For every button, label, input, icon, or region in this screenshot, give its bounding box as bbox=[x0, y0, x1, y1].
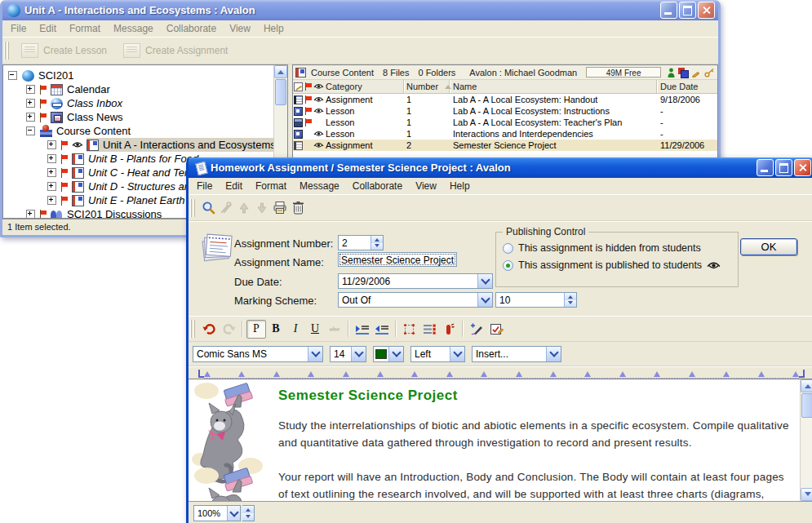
close-button[interactable] bbox=[794, 159, 811, 176]
bold-button[interactable]: B bbox=[266, 320, 286, 339]
tree-item-class-inbox[interactable]: Class Inbox bbox=[3, 96, 287, 110]
insert-dropdown[interactable]: Insert... bbox=[472, 346, 561, 362]
stepper-up-button[interactable] bbox=[242, 506, 254, 513]
menu-file[interactable]: File bbox=[4, 21, 33, 36]
due-date-dropdown[interactable]: 11/29/2006 bbox=[338, 273, 493, 289]
pages-icon[interactable] bbox=[678, 68, 688, 77]
document-text[interactable]: Semester Science Project Study the inter… bbox=[270, 379, 800, 501]
menu-message[interactable]: Message bbox=[293, 179, 346, 193]
expand-icon[interactable] bbox=[47, 182, 56, 191]
marking-points-stepper[interactable]: 10 bbox=[495, 292, 577, 308]
user-icon[interactable] bbox=[668, 68, 675, 78]
list-row-semester-project[interactable]: Assignment 2 Semester Science Project 11… bbox=[293, 140, 717, 151]
collapse-icon[interactable] bbox=[26, 126, 35, 135]
tree-item-unit-a[interactable]: Unit A - Interactions and Ecosystems bbox=[3, 138, 287, 152]
scroll-up-button[interactable] bbox=[274, 65, 287, 78]
expand-icon[interactable] bbox=[47, 168, 56, 177]
collapse-icon[interactable] bbox=[8, 71, 17, 80]
dropdown-button[interactable] bbox=[308, 347, 322, 361]
list-row-interactions[interactable]: Lesson 1 Interactions and Interdependenc… bbox=[293, 128, 717, 140]
menu-view[interactable]: View bbox=[409, 179, 443, 193]
radio-button[interactable] bbox=[503, 243, 513, 254]
dropdown-button[interactable] bbox=[227, 506, 240, 521]
tools-button-disabled[interactable] bbox=[217, 199, 235, 217]
delete-button[interactable] bbox=[289, 199, 307, 217]
column-name[interactable]: Name bbox=[450, 80, 657, 93]
menu-format[interactable]: Format bbox=[63, 21, 107, 36]
menu-file[interactable]: File bbox=[190, 179, 219, 193]
stepper-down-button[interactable] bbox=[565, 300, 576, 308]
titlebar-homework[interactable]: Homework Assignment / Semester Science P… bbox=[189, 157, 812, 178]
underline-button[interactable]: U bbox=[305, 320, 325, 339]
print-button[interactable] bbox=[271, 199, 289, 217]
key-pencil-icon[interactable] bbox=[704, 68, 715, 78]
expand-icon[interactable] bbox=[26, 99, 35, 108]
row-settings-button[interactable] bbox=[419, 320, 439, 339]
menu-help[interactable]: Help bbox=[257, 21, 291, 36]
menu-format[interactable]: Format bbox=[249, 179, 293, 193]
maximize-button[interactable] bbox=[679, 2, 696, 19]
previous-button-disabled[interactable] bbox=[235, 199, 253, 217]
search-button[interactable] bbox=[199, 199, 217, 217]
tree-item-sci201[interactable]: SCI201 bbox=[3, 69, 287, 82]
dropdown-button[interactable] bbox=[477, 274, 492, 288]
toolbar-grip[interactable] bbox=[190, 320, 195, 338]
decrease-indent-button[interactable] bbox=[372, 320, 392, 339]
menu-collaborate[interactable]: Collaborate bbox=[160, 21, 223, 36]
scroll-thumb[interactable] bbox=[801, 393, 812, 418]
next-button-disabled[interactable] bbox=[253, 199, 271, 217]
expand-icon[interactable] bbox=[47, 140, 56, 149]
maximize-button[interactable] bbox=[775, 159, 792, 176]
toolbar-grip[interactable] bbox=[190, 199, 195, 217]
zoom-stepper[interactable] bbox=[242, 505, 255, 521]
list-row-instructions[interactable]: Lesson 1 Lab A - A Local Ecosystem: Inst… bbox=[293, 105, 717, 117]
menu-message[interactable]: Message bbox=[107, 21, 160, 36]
expand-icon[interactable] bbox=[26, 210, 35, 219]
stepper-up-button[interactable] bbox=[565, 293, 576, 300]
font-size-dropdown[interactable]: 14 bbox=[330, 346, 366, 362]
italic-button[interactable]: I bbox=[286, 320, 305, 339]
list-row-handout[interactable]: Assignment 1 Lab A - A Local Ecosystem: … bbox=[293, 94, 717, 105]
expand-icon[interactable] bbox=[26, 85, 35, 94]
plain-style-button[interactable]: P bbox=[246, 320, 266, 339]
create-assignment-button[interactable]: Create Assignment bbox=[115, 43, 236, 58]
increase-indent-button[interactable] bbox=[353, 320, 372, 339]
expand-icon[interactable] bbox=[26, 113, 35, 122]
menu-view[interactable]: View bbox=[223, 21, 257, 36]
stepper-down-button[interactable] bbox=[371, 243, 383, 250]
scroll-thumb[interactable] bbox=[275, 79, 286, 105]
select-frame-button[interactable] bbox=[400, 320, 419, 339]
radio-published-option[interactable]: This assignment is published to students bbox=[503, 259, 721, 271]
dropdown-button[interactable] bbox=[450, 347, 464, 361]
tree-item-calendar[interactable]: Calendar bbox=[3, 82, 287, 96]
stepper-down-button[interactable] bbox=[242, 513, 254, 521]
zoom-control[interactable]: 100% bbox=[193, 505, 241, 521]
approve-button[interactable] bbox=[486, 320, 506, 339]
ruler[interactable] bbox=[189, 366, 812, 379]
expand-icon[interactable] bbox=[47, 196, 56, 205]
font-family-dropdown[interactable]: Comic Sans MS bbox=[193, 346, 323, 362]
titlebar-unit-a[interactable]: Unit A - Interactions and Ecosystems : A… bbox=[2, 0, 718, 20]
menu-collaborate[interactable]: Collaborate bbox=[346, 179, 409, 193]
editor-scrollbar[interactable] bbox=[800, 379, 812, 501]
alignment-dropdown[interactable]: Left bbox=[410, 346, 465, 362]
tree-item-class-news[interactable]: Class News bbox=[3, 110, 287, 124]
assignment-number-stepper[interactable]: 2 bbox=[338, 235, 384, 250]
scroll-down-button[interactable] bbox=[801, 488, 812, 501]
radio-hidden-option[interactable]: This assignment is hidden from students bbox=[503, 242, 701, 254]
column-due-date[interactable]: Due Date bbox=[657, 82, 717, 91]
minimize-button[interactable] bbox=[660, 2, 677, 19]
column-category[interactable]: Category bbox=[324, 80, 404, 93]
column-number[interactable]: Number bbox=[404, 80, 450, 93]
scroll-up-button[interactable] bbox=[801, 379, 812, 392]
menu-help[interactable]: Help bbox=[443, 179, 477, 193]
spacing-button[interactable] bbox=[439, 320, 459, 339]
dropdown-button[interactable] bbox=[388, 347, 403, 361]
text-color-dropdown[interactable] bbox=[373, 346, 404, 362]
undo-button[interactable] bbox=[199, 320, 219, 339]
dropdown-button[interactable] bbox=[546, 347, 561, 361]
create-lesson-button[interactable]: Create Lesson bbox=[13, 43, 115, 58]
flag-column-icon[interactable] bbox=[305, 82, 312, 91]
radio-button-selected[interactable] bbox=[503, 260, 513, 271]
assignment-name-field[interactable]: Semester Science Project bbox=[338, 252, 457, 267]
